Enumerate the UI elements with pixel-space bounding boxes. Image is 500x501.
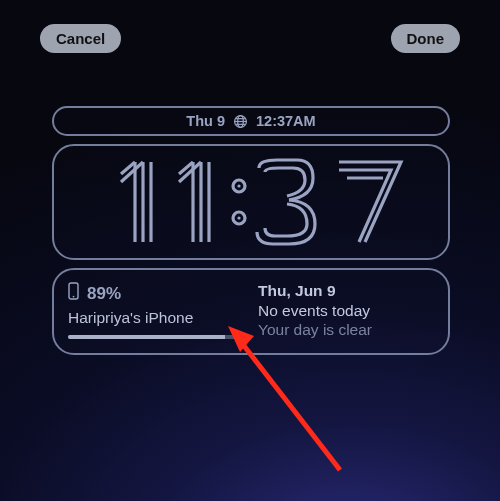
top-bar: Cancel Done [0, 24, 500, 53]
calendar-widget[interactable]: Thu, Jun 9 No events today Your day is c… [258, 282, 434, 339]
date-text-left: Thu 9 [186, 113, 225, 129]
lockscreen-editor: Thu 9 12:37AM [52, 106, 450, 355]
clock-time [81, 152, 421, 252]
svg-line-11 [238, 338, 340, 470]
svg-point-8 [237, 216, 240, 219]
battery-percent: 89% [87, 284, 121, 304]
date-text-right: 12:37AM [256, 113, 316, 129]
date-widget-slot[interactable]: Thu 9 12:37AM [52, 106, 450, 136]
globe-icon [233, 114, 248, 129]
battery-bar [68, 335, 244, 339]
widgets-slot[interactable]: 89% Haripriya's iPhone Thu, Jun 9 No eve… [52, 268, 450, 355]
done-button[interactable]: Done [391, 24, 461, 53]
calendar-date: Thu, Jun 9 [258, 282, 434, 300]
calendar-subtext: Your day is clear [258, 321, 434, 339]
battery-bar-fill [68, 335, 225, 339]
battery-widget[interactable]: 89% Haripriya's iPhone [68, 282, 244, 339]
battery-device-name: Haripriya's iPhone [68, 309, 244, 327]
cancel-button[interactable]: Cancel [40, 24, 121, 53]
svg-point-10 [73, 296, 75, 298]
svg-point-6 [237, 184, 240, 187]
iphone-icon [68, 282, 79, 305]
clock-slot[interactable] [52, 144, 450, 260]
calendar-events: No events today [258, 302, 434, 320]
